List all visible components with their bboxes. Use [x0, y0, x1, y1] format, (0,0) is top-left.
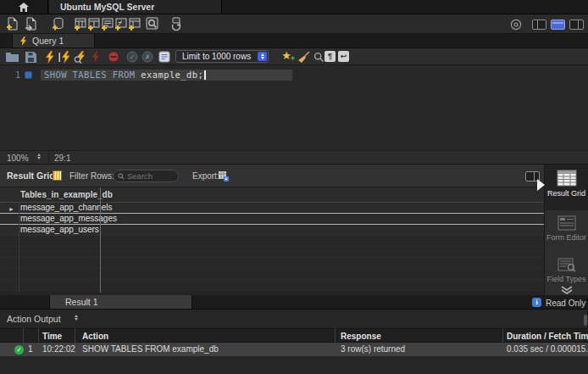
action-output-row[interactable]: ✓ 1 10:22:02 SHOW TABLES FROM example_db…: [0, 343, 588, 356]
sql-editor[interactable]: 1 SHOW TABLES FROM example_db;: [0, 65, 588, 150]
limit-rows-dropdown[interactable]: Limit to 1000 rows: [175, 50, 269, 63]
zoom-stepper-icon[interactable]: [37, 154, 41, 159]
result-side-panel: Result Grid Form Editor Field Types: [544, 165, 588, 295]
editor-zoom-level[interactable]: 100%: [7, 154, 29, 163]
row-duration: 0.035 sec / 0.000015...: [507, 343, 588, 356]
create-index-icon[interactable]: [127, 17, 141, 31]
home-tab[interactable]: [0, 0, 48, 14]
query-tab-label: Query 1: [32, 36, 64, 46]
result-grid-icon: [557, 170, 577, 187]
home-icon: [19, 3, 29, 12]
search-table-data-icon[interactable]: [146, 17, 159, 31]
create-view-icon[interactable]: [86, 17, 100, 31]
result-grid-table: Tables_in_example_db ► message_app_chann…: [0, 187, 544, 295]
reconnect-dbms-icon[interactable]: [169, 17, 183, 31]
grid-view-icon: [53, 170, 62, 181]
row-index: 1: [28, 343, 33, 356]
column-header-time[interactable]: Time: [42, 330, 62, 343]
sql-statement[interactable]: SHOW TABLES FROM example_db;: [44, 70, 206, 81]
action-output-label: Action Output: [7, 314, 61, 324]
create-schema-icon[interactable]: [51, 17, 64, 31]
row-action: SHOW TABLES FROM example_db: [82, 343, 219, 356]
result-tab-bar: Result 1 i Read Only: [0, 295, 588, 310]
editor-status-bar: 100% 29:1: [0, 150, 588, 165]
read-only-info-icon[interactable]: i: [532, 298, 541, 307]
export-label: Export:: [192, 171, 219, 181]
create-function-icon[interactable]: [114, 17, 127, 31]
show-invisibles-toggle-icon[interactable]: ¶: [325, 51, 336, 62]
toggle-right-sidebar-icon[interactable]: [569, 20, 584, 30]
tab-result-1[interactable]: Result 1: [49, 295, 192, 309]
panel-collapse-chevron-icon[interactable]: [560, 286, 574, 294]
beautify-script-icon[interactable]: [297, 50, 310, 64]
open-sql-script-icon[interactable]: [24, 17, 37, 31]
toggle-left-sidebar-icon[interactable]: [532, 20, 546, 30]
result-grid-toolbar: Result Grid Filter Rows: Export:: [0, 165, 544, 187]
caret-position: 29:1: [54, 154, 70, 163]
scrollbar-thumb[interactable]: [584, 315, 587, 326]
action-output-selector-icon[interactable]: [75, 315, 78, 321]
filter-rows-search[interactable]: [113, 170, 179, 182]
column-header-response[interactable]: Response: [341, 330, 381, 343]
plus-glyph: +: [291, 55, 295, 63]
toggle-autocommit-icon[interactable]: [158, 50, 171, 64]
create-table-icon[interactable]: [73, 17, 86, 31]
table-row-empty: [0, 236, 544, 247]
toggle-output-area-icon[interactable]: [551, 20, 565, 30]
sql-terminator: ;: [198, 70, 204, 80]
sql-identifier: example_db: [141, 70, 197, 80]
svg-text:✗: ✗: [145, 53, 151, 61]
open-script-icon[interactable]: [5, 50, 19, 64]
execute-current-statement-icon[interactable]: [58, 50, 71, 64]
tab-query-1[interactable]: Query 1: [12, 34, 95, 47]
side-panel-item-result-grid[interactable]: Result Grid: [545, 165, 588, 210]
table-row[interactable]: message_app_users: [0, 225, 544, 236]
execute-query-icon[interactable]: [42, 50, 56, 64]
new-sql-tab-icon[interactable]: [5, 17, 19, 31]
line-number: 1: [7, 70, 20, 80]
action-output-header-row: Time Action Response Duration / Fetch Ti…: [0, 328, 588, 343]
cell-value: message_app_users: [20, 225, 99, 234]
save-snippet-icon[interactable]: ★ +: [280, 49, 293, 63]
filter-rows-label: Filter Rows:: [69, 171, 114, 181]
sql-keywords: SHOW TABLES FROM: [44, 70, 141, 80]
commit-icon[interactable]: ✓: [125, 50, 139, 64]
table-row-empty: [0, 247, 544, 258]
success-check-icon: ✓: [14, 345, 24, 354]
table-row-empty: [0, 280, 544, 291]
table-row[interactable]: message_app_messages: [0, 214, 544, 225]
column-header[interactable]: Tables_in_example_db: [0, 187, 544, 203]
side-panel-item-field-types[interactable]: Field Types: [545, 253, 588, 285]
column-header-duration[interactable]: Duration / Fetch Time: [507, 330, 588, 343]
save-script-icon[interactable]: [24, 50, 37, 64]
gutter-separator: [19, 203, 19, 293]
side-panel-item-label: Field Types: [547, 275, 586, 283]
dropdown-stepper-icon: [258, 52, 267, 61]
side-panel-item-form-editor[interactable]: Form Editor: [545, 210, 588, 253]
explain-query-icon[interactable]: [73, 50, 86, 64]
toggle-stop-on-error-icon[interactable]: [107, 50, 120, 64]
form-editor-icon: [557, 215, 576, 231]
main-toolbar: [0, 14, 588, 34]
find-in-script-icon[interactable]: [312, 50, 325, 64]
query-lightning-icon: [19, 36, 27, 46]
cell-value: message_app_messages: [20, 214, 117, 223]
table-row[interactable]: ► message_app_channels: [0, 203, 544, 214]
side-panel-item-label: Result Grid: [547, 189, 585, 198]
filter-rows-search-input[interactable]: [127, 171, 178, 181]
editor-tab-bar: Query 1: [0, 34, 588, 48]
column-separator[interactable]: [100, 187, 101, 293]
side-panel-item-label: Form Editor: [546, 233, 586, 242]
create-procedure-icon[interactable]: [100, 17, 114, 31]
stop-query-icon[interactable]: [88, 50, 102, 64]
export-recordset-icon[interactable]: [217, 170, 230, 183]
wrap-text-toggle-icon[interactable]: ↩: [338, 51, 349, 62]
cell-value: message_app_channels: [20, 203, 112, 212]
rollback-icon[interactable]: ✗: [141, 50, 154, 64]
table-row-empty: [0, 269, 544, 280]
title-bar: Ubuntu MySQL Server: [0, 0, 588, 14]
column-header-action[interactable]: Action: [82, 330, 108, 343]
connection-tab[interactable]: Ubuntu MySQL Server: [49, 0, 222, 14]
text-caret: [204, 70, 206, 80]
row-response: 3 row(s) returned: [341, 343, 405, 356]
